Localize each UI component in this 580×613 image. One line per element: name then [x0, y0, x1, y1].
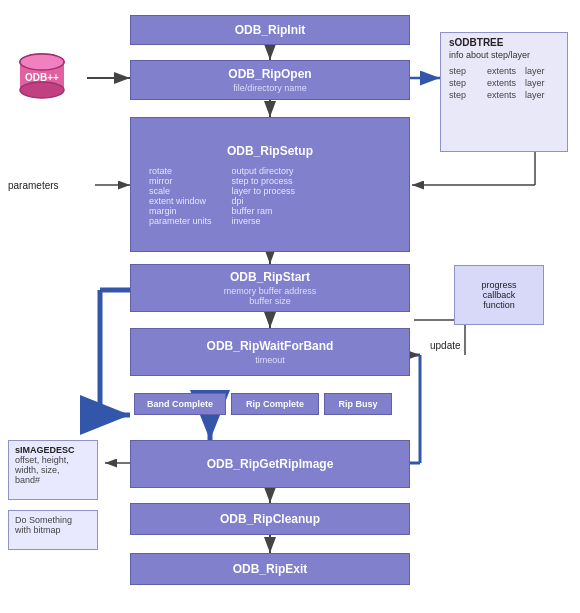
- rip-setup-params-right: output directory step to process layer t…: [232, 166, 296, 226]
- param-bufram: buffer ram: [232, 206, 296, 216]
- diagram: ODB++ ODB_RipInit ODB_RipOpen file/direc…: [0, 0, 580, 613]
- band-complete-badge: Band Complete: [134, 393, 226, 415]
- param-inverse: inverse: [232, 216, 296, 226]
- rip-wait-sub: timeout: [255, 355, 285, 365]
- param-scale: scale: [149, 186, 212, 196]
- rip-busy-badge: Rip Busy: [324, 393, 392, 415]
- sodbtree-title: sODBTREE: [449, 37, 559, 48]
- rip-start-sub: memory buffer address buffer size: [224, 286, 316, 306]
- rip-setup-params-left: rotate mirror scale extent window margin…: [149, 166, 212, 226]
- sodbtree-area: sODBTREE info about step/layer step exte…: [440, 32, 568, 152]
- step-label-2: step: [449, 78, 483, 88]
- rip-init-box: ODB_RipInit: [130, 15, 410, 45]
- param-outdir: output directory: [232, 166, 296, 176]
- step-label-3: step: [449, 90, 483, 100]
- odb-cylinder: ODB++: [15, 50, 70, 105]
- rip-complete-label: Rip Complete: [246, 399, 304, 409]
- step-label-1: step: [449, 66, 483, 76]
- progress-callback-label: progress callback function: [481, 280, 516, 310]
- svg-point-26: [20, 82, 64, 98]
- do-something-label: Do Something with bitmap: [15, 515, 72, 535]
- param-layer: layer to process: [232, 186, 296, 196]
- extents-label-1: extents: [487, 66, 521, 76]
- rip-cleanup-label: ODB_RipCleanup: [220, 512, 320, 526]
- param-extent: extent window: [149, 196, 212, 206]
- rip-setup-label: ODB_RipSetup: [227, 144, 313, 158]
- rip-cleanup-box: ODB_RipCleanup: [130, 503, 410, 535]
- rip-open-sub: file/directory name: [233, 83, 307, 93]
- rip-start-box: ODB_RipStart memory buffer address buffe…: [130, 264, 410, 312]
- rip-open-label: ODB_RipOpen: [228, 67, 311, 81]
- layer-label-2: layer: [525, 78, 559, 88]
- svg-point-27: [20, 54, 64, 70]
- rip-setup-box: ODB_RipSetup rotate mirror scale extent …: [130, 117, 410, 252]
- rip-start-label: ODB_RipStart: [230, 270, 310, 284]
- rip-wait-label: ODB_RipWaitForBand: [207, 339, 334, 353]
- param-dpi: dpi: [232, 196, 296, 206]
- simagedesc-box: sIMAGEDESC offset, height,width, size,ba…: [8, 440, 98, 500]
- do-something-box: Do Something with bitmap: [8, 510, 98, 550]
- rip-open-box: ODB_RipOpen file/directory name: [130, 60, 410, 100]
- band-complete-label: Band Complete: [147, 399, 213, 409]
- param-units: parameter units: [149, 216, 212, 226]
- rip-busy-label: Rip Busy: [338, 399, 377, 409]
- rip-exit-label: ODB_RipExit: [233, 562, 308, 576]
- rip-wait-box: ODB_RipWaitForBand timeout: [130, 328, 410, 376]
- rip-exit-box: ODB_RipExit: [130, 553, 410, 585]
- param-margin: margin: [149, 206, 212, 216]
- rip-complete-badge: Rip Complete: [231, 393, 319, 415]
- sodbtree-grid: step extents layer step extents layer st…: [449, 66, 559, 100]
- sodbtree-subtitle: info about step/layer: [449, 50, 559, 60]
- simagedesc-title: sIMAGEDESC: [15, 445, 91, 455]
- parameters-label: parameters: [8, 180, 59, 191]
- param-step: step to process: [232, 176, 296, 186]
- progress-callback-box: progress callback function: [454, 265, 544, 325]
- layer-label-3: layer: [525, 90, 559, 100]
- rip-init-label: ODB_RipInit: [235, 23, 306, 37]
- param-mirror: mirror: [149, 176, 212, 186]
- extents-label-3: extents: [487, 90, 521, 100]
- layer-label-1: layer: [525, 66, 559, 76]
- rip-get-image-box: ODB_RipGetRipImage: [130, 440, 410, 488]
- update-label: update: [430, 340, 461, 351]
- param-rotate: rotate: [149, 166, 212, 176]
- simagedesc-params: offset, height,width, size,band#: [15, 455, 91, 485]
- extents-label-2: extents: [487, 78, 521, 88]
- rip-get-image-label: ODB_RipGetRipImage: [207, 457, 334, 471]
- svg-text:ODB++: ODB++: [25, 72, 59, 83]
